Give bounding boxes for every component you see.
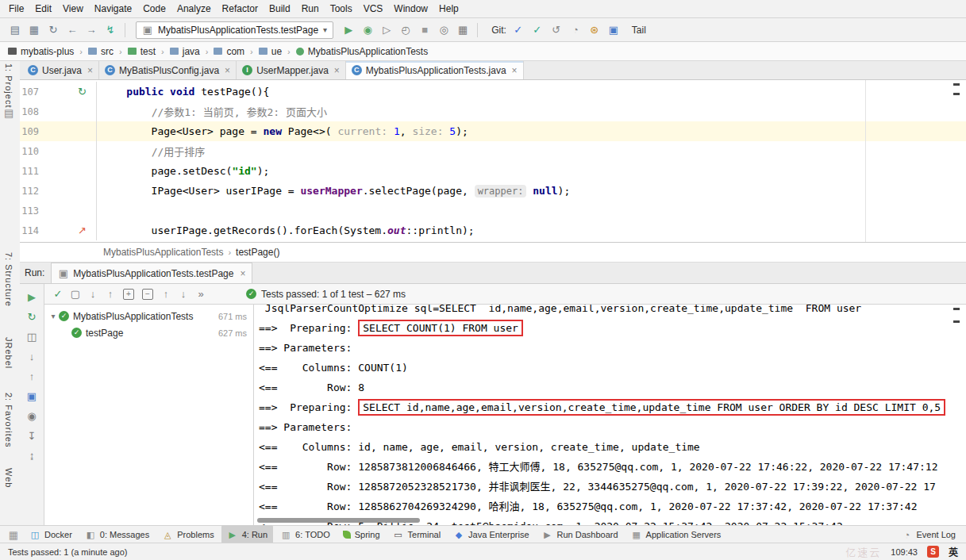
- tool-stripe-jrebel[interactable]: JRebel: [4, 337, 13, 369]
- export-icon[interactable]: ↧: [23, 428, 40, 443]
- open-icon[interactable]: ▤: [6, 22, 24, 38]
- stop-icon[interactable]: ■: [416, 22, 433, 38]
- breadcrumb-test[interactable]: test: [126, 46, 157, 57]
- tool-stripe-7-structure[interactable]: 7: Structure: [4, 252, 13, 307]
- breadcrumb-java[interactable]: java: [168, 46, 202, 57]
- autotest-icon[interactable]: ◫: [23, 328, 40, 344]
- breadcrumb-mybatisplusapplicationtests[interactable]: MybatisPlusApplicationTests: [294, 46, 429, 57]
- menu-refactor[interactable]: Refactor: [217, 0, 264, 17]
- menu-window[interactable]: Window: [388, 0, 433, 17]
- menu-navigate[interactable]: Navigate: [89, 0, 137, 17]
- close-tab-icon[interactable]: ×: [87, 65, 93, 76]
- tool-window-button-application-servers[interactable]: ▦Application Servers: [625, 525, 727, 544]
- forward-icon[interactable]: →: [83, 22, 100, 38]
- rerun-failed-icon[interactable]: ↻: [23, 309, 40, 324]
- menu-vcs[interactable]: VCS: [358, 0, 389, 17]
- collapse-all-icon[interactable]: −: [142, 289, 153, 300]
- tool-window-button-event-log[interactable]: ◔Event Log: [895, 525, 961, 544]
- test-node-mybatisplusapplicationtests[interactable]: ▾✓MybatisPlusApplicationTests671 ms: [44, 308, 253, 324]
- breadcrumb-ue[interactable]: ue: [257, 46, 283, 57]
- editor-tab-usermapper-java[interactable]: IUserMapper.java×: [237, 61, 346, 79]
- previous-occurrence-icon[interactable]: ↑: [157, 286, 175, 302]
- breadcrumb-src[interactable]: src: [87, 46, 115, 57]
- tool-window-button-terminal[interactable]: ▭Terminal: [387, 525, 447, 544]
- sort-duration-icon[interactable]: ↑: [102, 286, 119, 302]
- sort-duration-icon[interactable]: ↑: [23, 368, 40, 384]
- show-passed-icon[interactable]: ✓: [49, 286, 67, 302]
- more-options-icon[interactable]: »: [192, 286, 210, 302]
- menu-run[interactable]: Run: [296, 0, 325, 17]
- menu-help[interactable]: Help: [433, 0, 464, 17]
- tool-stripe-web[interactable]: Web: [4, 468, 13, 488]
- rerun-icon[interactable]: ▶: [23, 289, 40, 305]
- menu-analyze[interactable]: Analyze: [171, 0, 217, 17]
- breadcrumb-mybatis-plus[interactable]: mybatis-plus: [6, 46, 75, 57]
- close-tab-icon[interactable]: ×: [334, 65, 340, 76]
- profiler-icon[interactable]: ◴: [397, 22, 414, 38]
- tool-window-button-0-messages[interactable]: ◧0: Messages: [79, 525, 155, 544]
- editor-tab-mybatisplusconfig-java[interactable]: CMyBatisPlusConfig.java×: [99, 61, 237, 79]
- gutter-run-icon[interactable]: ↻: [78, 86, 87, 98]
- tool-window-button-6-todo[interactable]: ▥6: TODO: [275, 525, 336, 544]
- close-tab-icon[interactable]: ×: [225, 65, 230, 76]
- close-tab-icon[interactable]: ×: [512, 65, 518, 76]
- tool-window-button-spring[interactable]: Spring: [337, 528, 386, 541]
- suspend-icon[interactable]: ▣: [23, 388, 40, 404]
- layout-icon[interactable]: ▦: [454, 22, 471, 38]
- build-icon[interactable]: ↯: [102, 22, 119, 38]
- commit-icon[interactable]: ✓: [529, 22, 546, 38]
- save-icon[interactable]: ▦: [25, 22, 43, 38]
- expander-icon[interactable]: ▾: [48, 312, 59, 320]
- close-icon[interactable]: ×: [240, 268, 245, 279]
- run-breadcrumb-mybatisplusapplicationtests[interactable]: MybatisPlusApplicationTests: [103, 247, 223, 258]
- switcher-icon[interactable]: ▦: [5, 527, 22, 543]
- menu-tools[interactable]: Tools: [325, 0, 358, 17]
- sync-icon[interactable]: ↻: [44, 22, 62, 38]
- breadcrumb-com[interactable]: com: [212, 46, 246, 57]
- test-node-testpage[interactable]: ✓testPage627 ms: [44, 324, 253, 341]
- search-icon[interactable]: ◎: [435, 22, 452, 38]
- menu-edit[interactable]: Edit: [29, 0, 57, 17]
- menu-view[interactable]: View: [57, 0, 89, 17]
- coverage-icon[interactable]: ▷: [378, 22, 395, 38]
- snapshot-icon[interactable]: ◉: [23, 408, 40, 424]
- editor-tab-user-java[interactable]: CUser.java×: [22, 61, 99, 79]
- caret-position[interactable]: 109:43: [891, 547, 918, 557]
- sort-alpha-icon[interactable]: ↓: [23, 348, 40, 364]
- menu-file[interactable]: File: [3, 0, 29, 17]
- run-breadcrumb-testpage[interactable]: testPage(): [236, 247, 279, 258]
- update-icon[interactable]: ✓: [510, 22, 527, 38]
- expand-all-icon[interactable]: +: [123, 289, 134, 300]
- horizontal-scrollbar[interactable]: [257, 518, 420, 523]
- tool-window-button-docker[interactable]: ◫Docker: [24, 525, 78, 544]
- menu-build[interactable]: Build: [264, 0, 296, 17]
- test-console[interactable]: JsqlParserCountOptimize sql=SELECT id,na…: [254, 305, 966, 527]
- gutter-marker-icon[interactable]: ↗: [78, 224, 87, 236]
- ime-indicator[interactable]: 英: [949, 545, 958, 558]
- tool-stripe-1-project[interactable]: 1: Project: [4, 63, 13, 108]
- run-icon[interactable]: ▶: [340, 22, 357, 38]
- tool-window-button-4-run[interactable]: ▶4: Run: [221, 525, 273, 544]
- run-tab[interactable]: ▣ MybatisPlusApplicationTests.testPage ×: [51, 263, 252, 283]
- back-icon[interactable]: ←: [64, 22, 81, 38]
- show-ignored-icon[interactable]: ▢: [67, 286, 84, 302]
- run-configuration-select[interactable]: ▣ MybatisPlusApplicationTests.testPage ▾: [136, 21, 333, 39]
- sort-alpha-icon[interactable]: ↓: [84, 286, 102, 302]
- tool-window-button-run-dashboard[interactable]: ▶Run Dashboard: [537, 525, 624, 544]
- structure-icon[interactable]: ▣: [605, 22, 622, 38]
- debug-icon[interactable]: ◉: [359, 22, 376, 38]
- revert-icon[interactable]: ↺: [548, 22, 565, 38]
- spring-leaf-icon: [343, 531, 351, 539]
- tool-window-button-problems[interactable]: ◬Problems: [156, 525, 219, 544]
- tool-stripe-2-favorites[interactable]: 2: Favorites: [4, 393, 13, 447]
- next-occurrence-icon[interactable]: ↓: [175, 286, 192, 302]
- tail-button[interactable]: Tail: [632, 25, 646, 36]
- settings-icon[interactable]: ⊛: [586, 22, 603, 38]
- code-editor[interactable]: 107↻ public void testPage(){108 //参数1: 当…: [20, 80, 966, 242]
- sogou-ime-icon[interactable]: S: [927, 546, 939, 558]
- pin-icon[interactable]: ↨: [23, 447, 40, 463]
- history-icon[interactable]: ◔: [567, 22, 584, 38]
- editor-tab-mybatisplusapplicationtests-java[interactable]: CMybatisPlusApplicationTests.java×: [346, 61, 524, 79]
- tool-window-button-java-enterprise[interactable]: ◆Java Enterprise: [448, 525, 534, 544]
- menu-code[interactable]: Code: [137, 0, 171, 17]
